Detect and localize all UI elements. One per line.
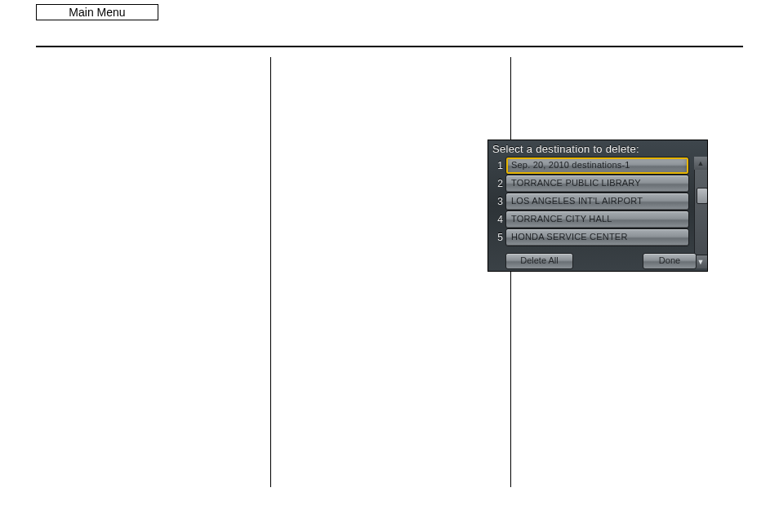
done-button[interactable]: Done — [643, 253, 697, 269]
nav-title: Select a destination to delete: — [488, 140, 707, 157]
scroll-track[interactable] — [694, 170, 707, 255]
scroll-up-arrow-icon[interactable]: ▲ — [694, 157, 707, 171]
row-index: 1 — [488, 157, 505, 175]
destination-item-2[interactable]: TORRANCE PUBLIC LIBRARY — [505, 175, 689, 193]
nav-destination-row: 4 TORRANCE CITY HALL — [488, 211, 691, 228]
row-index: 2 — [488, 175, 505, 193]
delete-all-button[interactable]: Delete All — [505, 253, 573, 269]
row-index: 4 — [488, 211, 505, 228]
column-3 — [510, 57, 743, 487]
nav-destination-row: 2 TORRANCE PUBLIC LIBRARY — [488, 175, 691, 193]
destination-item-3[interactable]: LOS ANGELES INT'L AIRPORT — [505, 193, 689, 211]
destination-item-1[interactable]: Sep. 20, 2010 destinations-1 — [505, 157, 689, 175]
destination-item-5[interactable]: HONDA SERVICE CENTER — [505, 228, 689, 246]
nav-bottom-buttons: Delete All Done — [505, 253, 705, 269]
section-divider — [36, 46, 743, 47]
destination-item-4[interactable]: TORRANCE CITY HALL — [505, 211, 689, 228]
scroll-thumb[interactable] — [697, 188, 707, 204]
nav-destination-row: 5 HONDA SERVICE CENTER — [488, 228, 691, 246]
nav-delete-destination-screen: Select a destination to delete: 1 Sep. 2… — [488, 140, 707, 271]
main-menu-button[interactable]: Main Menu — [36, 4, 158, 20]
row-index: 5 — [488, 228, 505, 246]
row-index: 3 — [488, 193, 505, 211]
nav-destination-list: 1 Sep. 20, 2010 destinations-1 2 TORRANC… — [488, 157, 691, 246]
content-columns — [36, 57, 743, 487]
nav-destination-row: 1 Sep. 20, 2010 destinations-1 — [488, 157, 691, 175]
column-2 — [270, 57, 510, 487]
nav-scrollbar: ▲ ▼ — [694, 157, 707, 268]
column-1 — [36, 57, 270, 487]
nav-destination-row: 3 LOS ANGELES INT'L AIRPORT — [488, 193, 691, 211]
